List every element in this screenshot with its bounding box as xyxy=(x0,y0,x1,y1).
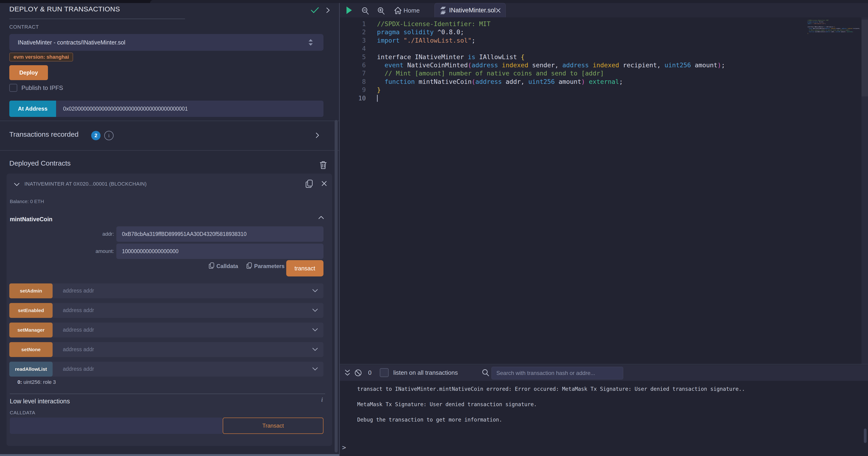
amount-field-label: amount: xyxy=(77,248,114,254)
copy-address-icon[interactable] xyxy=(305,179,314,189)
editor-scrollbar-thumb[interactable] xyxy=(862,20,868,96)
transactions-info-icon[interactable]: i xyxy=(104,131,114,140)
line-number: 10 xyxy=(340,94,366,103)
copy-calldata-label[interactable]: Calldata xyxy=(216,263,238,269)
code-line-10[interactable]: 10 xyxy=(340,94,868,103)
run-script-icon[interactable] xyxy=(346,6,352,15)
copy-parameters-icon[interactable] xyxy=(246,261,253,270)
remix-ide-window: DEPLOY & RUN TRANSACTIONS CONTRACT INati… xyxy=(0,0,868,456)
setAdmin-arg-input[interactable]: address addr xyxy=(63,288,94,294)
search-icon xyxy=(482,369,490,377)
code-line-4[interactable]: 4 xyxy=(340,45,868,53)
trash-icon[interactable] xyxy=(319,160,327,170)
setNone-button[interactable]: setNone xyxy=(9,342,53,357)
code-text: interface INativeMinter is IAllowList { xyxy=(377,53,525,61)
expand-function-icon[interactable] xyxy=(312,328,318,332)
line-number: 8 xyxy=(340,78,366,86)
contract-collapse-icon[interactable] xyxy=(13,182,20,187)
expand-function-icon[interactable] xyxy=(312,289,318,293)
evm-version-badge: evm version: shanghai xyxy=(9,53,73,61)
expand-function-icon[interactable] xyxy=(312,367,318,371)
section-divider xyxy=(0,150,339,151)
code-line-6[interactable]: 6 event NativeCoinMinted(address indexed… xyxy=(340,61,868,69)
expand-function-icon[interactable] xyxy=(312,308,318,312)
setManager-button[interactable]: setManager xyxy=(9,322,53,338)
deployed-contract-card: INATIVEMINTER AT 0X020...00001 (BLOCKCHA… xyxy=(6,173,332,446)
terminal-prompt[interactable]: > xyxy=(342,444,346,451)
code-line-3[interactable]: 3import "./IAllowList.sol"; xyxy=(340,36,868,45)
zoom-out-icon[interactable] xyxy=(361,7,370,15)
panel-resize-handle[interactable] xyxy=(0,454,339,456)
setEnabled-button[interactable]: setEnabled xyxy=(9,303,53,318)
code-line-1[interactable]: 1//SPDX-License-Identifier: MIT xyxy=(340,20,868,28)
setEnabled-arg-input[interactable]: address addr xyxy=(63,307,94,313)
at-address-button[interactable]: At Address xyxy=(9,101,56,117)
transact-button[interactable]: transact xyxy=(286,260,323,277)
publish-ipfs-checkbox[interactable] xyxy=(9,84,17,92)
copy-calldata-icon[interactable] xyxy=(208,261,215,270)
text-cursor xyxy=(377,95,378,102)
deploy-button[interactable]: Deploy xyxy=(9,65,48,80)
low-level-transact-button[interactable]: Transact xyxy=(223,418,323,434)
tab-close-icon[interactable] xyxy=(496,8,501,13)
setAdmin-button[interactable]: setAdmin xyxy=(9,283,53,298)
low-level-divider xyxy=(10,394,325,394)
remove-contract-icon[interactable] xyxy=(321,180,327,187)
home-tab-icon[interactable] xyxy=(394,6,402,15)
amount-field-input[interactable]: 1000000000000000000 xyxy=(116,244,323,259)
code-line-7[interactable]: 7 // Mint [amount] number of native coin… xyxy=(340,69,868,78)
code-line-2[interactable]: 2pragma solidity ^0.8.0; xyxy=(340,28,868,36)
function-row-readAllowList: readAllowListaddress addr xyxy=(9,362,323,377)
terminal-scrollbar-thumb[interactable] xyxy=(864,429,867,443)
terminal-collapse-icon[interactable] xyxy=(344,369,351,377)
code-line-5[interactable]: 5interface INativeMinter is IAllowList { xyxy=(340,53,868,61)
at-address-input[interactable]: 0x02000000000000000000000000000000000000… xyxy=(56,101,323,117)
solidity-file-icon xyxy=(440,6,446,15)
deployed-contracts-title: Deployed Contracts xyxy=(9,159,70,167)
select-arrows-icon xyxy=(308,38,314,47)
addr-field-label: addr: xyxy=(77,231,114,237)
transactions-expand-icon[interactable] xyxy=(315,132,320,139)
readAllowList-arg-input[interactable]: address addr xyxy=(63,366,94,372)
code-line-8[interactable]: 8 function mintNativeCoin(address addr, … xyxy=(340,78,868,86)
compile-success-check-icon xyxy=(310,6,319,14)
terminal-search-field xyxy=(492,367,623,379)
zoom-in-icon[interactable] xyxy=(377,7,385,15)
tab-inativeminter-sol[interactable]: INativeMinter.sol xyxy=(434,3,506,17)
title-underline xyxy=(9,19,185,19)
code-line-9[interactable]: 9} xyxy=(340,86,868,94)
addr-field-input[interactable]: 0xB78cbAa319ffBD899951AA30D4320f58189383… xyxy=(116,226,323,242)
panel-scrollbar[interactable] xyxy=(335,120,338,453)
setManager-arg-input[interactable]: address addr xyxy=(63,327,94,333)
calldata-label: CALLDATA xyxy=(10,410,35,416)
transactions-count-badge: 2 xyxy=(91,131,100,140)
window-top-strip-right xyxy=(150,0,868,3)
open-function-name: mintNativeCoin xyxy=(10,216,52,223)
transactions-recorded-label: Transactions recorded xyxy=(9,131,79,138)
code-editor[interactable]: 1//SPDX-License-Identifier: MIT2pragma s… xyxy=(340,18,868,364)
function-row-setAdmin: setAdminaddress addr xyxy=(9,283,323,298)
panel-title: DEPLOY & RUN TRANSACTIONS xyxy=(9,5,120,13)
expand-function-icon[interactable] xyxy=(312,347,318,351)
terminal-search-input[interactable] xyxy=(492,367,628,379)
function-row-setEnabled: setEnabledaddress addr xyxy=(9,303,323,318)
line-number: 5 xyxy=(340,53,366,61)
listen-label: listen on all transactions xyxy=(393,369,458,376)
copy-parameters-label[interactable]: Parameters xyxy=(254,263,285,269)
editor-minimap[interactable]: //SPDX-License-Identifier: MITpragma sol… xyxy=(807,20,861,36)
function-collapse-icon[interactable] xyxy=(318,216,324,220)
listen-checkbox[interactable] xyxy=(380,368,389,377)
contract-select[interactable]: INativeMinter - contracts/INativeMinter.… xyxy=(9,34,323,51)
readAllowList-button[interactable]: readAllowList xyxy=(9,362,53,377)
setNone-arg-input[interactable]: address addr xyxy=(63,346,94,352)
low-level-info-icon[interactable]: i xyxy=(321,396,323,403)
clear-console-icon[interactable] xyxy=(354,369,362,377)
terminal-log-line: Debug the transaction to get more inform… xyxy=(357,417,502,423)
code-text: // Mint [amount] number of native coins … xyxy=(377,69,604,78)
home-tab[interactable]: Home xyxy=(404,7,420,14)
code-text: function mintNativeCoin(address addr, ui… xyxy=(377,78,623,86)
contract-label: CONTRACT xyxy=(9,24,39,30)
panel-expand-icon[interactable] xyxy=(325,6,331,14)
calldata-input[interactable] xyxy=(10,418,223,434)
tab-label: INativeMinter.sol xyxy=(449,7,496,14)
